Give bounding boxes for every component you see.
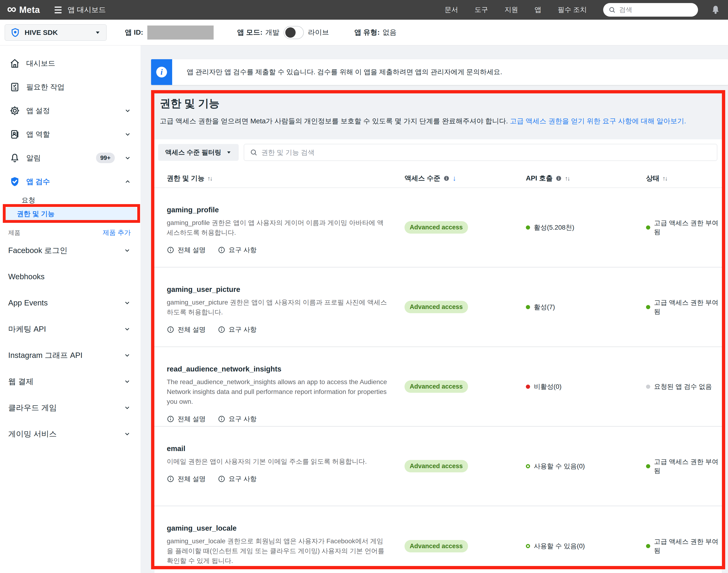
chevron-down-icon — [124, 326, 131, 332]
requirements-link[interactable]: 요구 사항 — [218, 474, 257, 483]
id-badge-icon — [9, 129, 20, 140]
add-product-link[interactable]: 제품 추가 — [103, 228, 131, 237]
meta-infinity-icon: ∞ — [7, 2, 16, 15]
meta-logo[interactable]: ∞ Meta — [7, 3, 40, 16]
hamburger-menu-icon[interactable] — [55, 7, 62, 13]
chevron-down-icon — [124, 131, 131, 138]
col-header-access[interactable]: 액세스 수준 ↓ — [404, 174, 526, 183]
main-content: i 앱 관리자만 앱 검수를 제출할 수 있습니다. 검수를 위해 이 앱을 제… — [141, 45, 728, 573]
access-level-filter-button[interactable]: 액세스 수준 필터링 — [158, 144, 239, 161]
sidebar-subitem-permissions[interactable]: 권한 및 기능 — [5, 207, 137, 220]
permission-description: gaming_user_locale 권한으로 회원님의 앱은 사용자가 Fac… — [167, 536, 388, 566]
api-calls-dot — [526, 384, 530, 389]
app-mode-dev-label: 개발 — [265, 28, 280, 37]
api-calls-text: 활성(7) — [534, 303, 555, 312]
sidebar-product-web-payments[interactable]: 웹 결제 — [0, 368, 141, 395]
sidebar-product-cloud-games[interactable]: 클라우드 게임 — [0, 395, 141, 421]
info-circle-icon — [167, 326, 174, 333]
app-shield-icon — [10, 28, 20, 37]
alerts-count-badge: 99+ — [96, 153, 115, 163]
sidebar-item-required-tasks[interactable]: 필요한 작업 — [0, 75, 141, 99]
requirements-link[interactable]: 요구 사항 — [218, 415, 257, 423]
sidebar-item-label: 앱 설정 — [26, 106, 50, 116]
info-circle-icon — [167, 415, 174, 423]
info-circle-icon — [167, 475, 174, 483]
info-circle-icon — [218, 415, 225, 423]
nav-tools[interactable]: 도구 — [475, 5, 488, 14]
sidebar-product-marketing-api[interactable]: 마케팅 API — [0, 316, 141, 342]
notification-bell-icon[interactable] — [710, 4, 721, 15]
full-description-link[interactable]: 전체 설명 — [167, 246, 206, 254]
col-header-status[interactable]: 상태↑↓ — [646, 174, 722, 183]
info-filled-icon — [555, 175, 562, 181]
toggle-knob — [285, 28, 296, 38]
status-text: 고급 액세스 권한 부여됨 — [654, 219, 722, 237]
sidebar-item-app-settings[interactable]: 앱 설정 — [0, 99, 141, 122]
info-banner-text: 앱 관리자만 앱 검수를 제출할 수 있습니다. 검수를 위해 이 앱을 제출하… — [172, 59, 728, 85]
status-dot — [646, 384, 650, 389]
global-search-input[interactable] — [619, 6, 689, 13]
api-calls-dot — [526, 305, 530, 309]
sidebar-item-alerts[interactable]: 알림 99+ — [0, 146, 141, 170]
col-header-api[interactable]: API 호출 ↑↓ — [526, 174, 646, 183]
global-search[interactable] — [603, 3, 698, 17]
sidebar-item-label: 알림 — [26, 153, 41, 163]
status-text: 고급 액세스 권한 부여됨 — [654, 298, 722, 316]
info-circle-icon — [218, 326, 225, 333]
sidebar-item-app-review[interactable]: 앱 검수 — [0, 170, 141, 193]
sidebar-subitem-requests[interactable]: 요청 — [0, 193, 141, 207]
chevron-down-icon — [124, 404, 131, 411]
sidebar-item-app-roles[interactable]: 앱 역할 — [0, 122, 141, 146]
api-calls-dot — [526, 544, 530, 548]
products-heading: 제품 — [8, 229, 20, 237]
nav-support[interactable]: 지원 — [504, 5, 518, 14]
nav-required-actions[interactable]: 필수 조치 — [558, 5, 587, 14]
nav-docs[interactable]: 문서 — [445, 5, 458, 14]
requirements-link[interactable]: 요구 사항 — [218, 246, 257, 254]
status-text: 요청된 앱 검수 없음 — [654, 382, 712, 391]
sidebar-item-label: 앱 역할 — [26, 129, 50, 139]
full-description-link[interactable]: 전체 설명 — [167, 474, 206, 483]
full-description-link[interactable]: 전체 설명 — [167, 415, 206, 423]
sidebar-product-webhooks[interactable]: Webhooks — [0, 264, 141, 290]
app-id-redacted — [147, 25, 213, 40]
permission-description: 이메일 권한은 앱이 사용자의 기본 이메일 주소를 읽도록 허용합니다. — [167, 457, 388, 467]
meta-app-dashboard: ∞ Meta 앱 대시보드 문서 도구 지원 앱 필수 조치 — [0, 0, 728, 573]
sidebar-product-facebook-login[interactable]: Facebook 로그인 — [0, 237, 141, 264]
permission-description: gaming_user_picture 권한은 앱이 앱 사용자의 이름과 프로… — [167, 298, 388, 317]
full-description-link[interactable]: 전체 설명 — [167, 325, 206, 334]
api-calls-text: 활성(5.208천) — [534, 223, 574, 232]
app-mode-live-label: 라이브 — [308, 28, 329, 37]
status-dot — [646, 464, 650, 468]
info-banner: i 앱 관리자만 앱 검수를 제출할 수 있습니다. 검수를 위해 이 앱을 제… — [151, 59, 728, 85]
sidebar-product-app-events[interactable]: App Events — [0, 290, 141, 316]
requirements-link[interactable]: 요구 사항 — [218, 325, 257, 334]
info-icon: i — [151, 59, 172, 85]
access-level-badge: Advanced access — [404, 540, 468, 553]
info-filled-icon — [443, 175, 450, 181]
permission-description: The read_audience_network_insights allow… — [167, 377, 388, 407]
api-calls-text: 사용할 수 있음(0) — [534, 462, 585, 471]
permissions-search-input[interactable] — [261, 149, 711, 156]
selected-app-name: HIVE SDK — [25, 29, 58, 37]
permission-name: gaming_user_locale — [167, 524, 388, 532]
permission-description: gaming_profile 권한은 앱이 앱 사용자의 게이머 이름과 게이밍… — [167, 218, 388, 238]
sidebar-item-dashboard[interactable]: 대시보드 — [0, 51, 141, 75]
nav-apps[interactable]: 앱 — [535, 5, 541, 14]
app-type-value: 없음 — [383, 28, 397, 37]
app-mode-toggle[interactable] — [284, 26, 304, 39]
sidebar-product-instagram-graph-api[interactable]: Instagram 그래프 API — [0, 342, 141, 368]
app-selector-dropdown[interactable]: HIVE SDK — [5, 24, 107, 41]
access-level-badge: Advanced access — [404, 380, 468, 393]
sidebar-product-gaming-services[interactable]: 게이밍 서비스 — [0, 421, 141, 447]
api-calls-text: 사용할 수 있음(0) — [534, 542, 585, 551]
sidebar: 대시보드 필요한 작업 앱 설정 — [0, 45, 141, 573]
app-id-label: 앱 ID: — [125, 28, 143, 37]
col-header-name[interactable]: 권한 및 기능↑↓ — [154, 174, 404, 183]
learn-more-link[interactable]: 고급 액세스 권한을 얻기 위한 요구 사항에 대해 알아보기. — [510, 117, 686, 125]
chevron-up-icon — [124, 178, 131, 185]
permissions-search[interactable] — [244, 144, 717, 161]
home-icon — [9, 58, 20, 69]
api-calls-dot — [526, 464, 530, 468]
chevron-down-icon — [124, 299, 131, 306]
